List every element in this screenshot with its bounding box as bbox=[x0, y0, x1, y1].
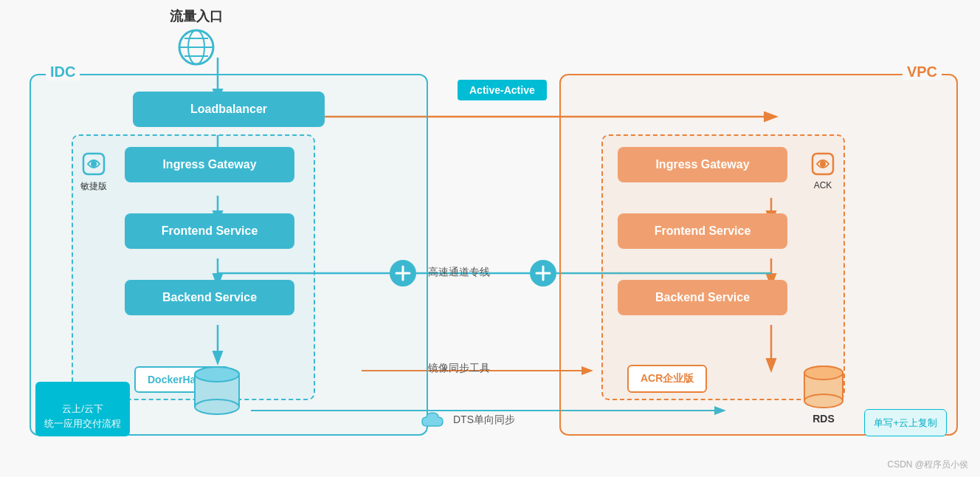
express-lane-label: 高速通道专线 bbox=[428, 266, 490, 279]
single-write-label: 单写+云上复制 bbox=[864, 409, 947, 437]
agile-label: 敏捷版 bbox=[80, 180, 107, 193]
traffic-label: 流量入口 bbox=[170, 7, 223, 25]
traffic-entry: 流量入口 bbox=[170, 7, 223, 66]
ingress-gateway-idc: Ingress Gateway bbox=[125, 147, 294, 182]
mirror-sync-label: 镜像同步工具 bbox=[428, 362, 490, 375]
ack-label: ACK bbox=[814, 180, 832, 191]
rds-container: RDS bbox=[800, 366, 847, 425]
frontend-service-idc: Frontend Service bbox=[125, 213, 294, 249]
backend-service-vpc: Backend Service bbox=[618, 280, 787, 315]
ack-icon-label: ACK bbox=[810, 151, 836, 191]
cloud-icon bbox=[421, 410, 447, 430]
agile-icon bbox=[80, 151, 107, 177]
svg-point-27 bbox=[195, 367, 239, 382]
dts-label: DTS单向同步 bbox=[453, 413, 515, 427]
svg-point-35 bbox=[804, 366, 843, 380]
globe-icon bbox=[177, 28, 215, 66]
svg-point-34 bbox=[804, 394, 843, 408]
idc-inner-box: 敏捷版 Ingress Gateway Frontend Service Bac… bbox=[72, 134, 315, 400]
watermark: CSDN @程序员小侯 bbox=[887, 459, 968, 471]
db-svg bbox=[190, 366, 244, 416]
connector-dot-left bbox=[390, 260, 416, 286]
diagram-container: 流量入口 IDC Loadbalancer 敏捷版 bbox=[0, 0, 980, 477]
frontend-service-vpc: Frontend Service bbox=[618, 213, 787, 249]
vpc-inner-box: ACK Ingress Gateway Frontend Service Bac… bbox=[601, 134, 845, 400]
rds-label: RDS bbox=[812, 413, 835, 425]
connector-cross-right bbox=[535, 265, 551, 281]
db-cylinder bbox=[190, 366, 244, 419]
dts-container: DTS单向同步 bbox=[421, 410, 515, 430]
idc-label: IDC bbox=[46, 64, 80, 80]
ack-icon bbox=[810, 151, 836, 177]
vpc-label: VPC bbox=[903, 64, 942, 80]
ingress-gateway-vpc: Ingress Gateway bbox=[618, 147, 787, 182]
connector-cross-left bbox=[395, 265, 411, 281]
loadbalancer-box: Loadbalancer bbox=[133, 92, 325, 127]
backend-service-idc: Backend Service bbox=[125, 280, 294, 315]
connector-dot-right bbox=[530, 260, 556, 286]
rds-svg bbox=[800, 366, 847, 410]
agile-icon-label: 敏捷版 bbox=[80, 151, 107, 193]
active-active-badge: Active-Active bbox=[458, 80, 547, 100]
acr-box: ACR企业版 bbox=[627, 365, 707, 393]
svg-point-26 bbox=[195, 399, 239, 414]
svg-point-21 bbox=[91, 161, 97, 167]
svg-point-29 bbox=[820, 161, 826, 167]
vpc-container: VPC ACK Ingress Gateway Frontend Service… bbox=[559, 74, 958, 436]
cloud-delivery-label: 云上/云下 统一应用交付流程 bbox=[35, 382, 130, 437]
